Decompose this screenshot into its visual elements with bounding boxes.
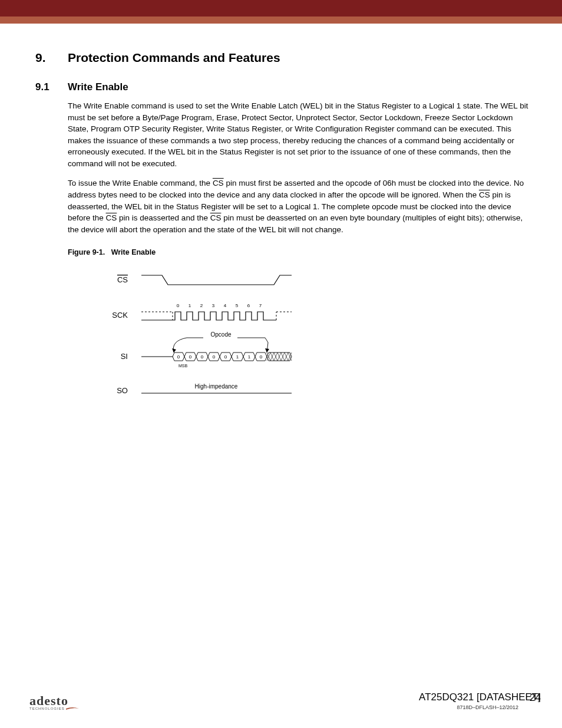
hiz-label: High-impedance [195, 383, 238, 390]
svg-text:0: 0 [177, 303, 180, 308]
figure-caption-prefix: Figure 9-1. [68, 248, 105, 256]
text-run: To issue the Write Enable command, the [68, 179, 213, 187]
svg-text:1: 1 [248, 354, 251, 360]
cs-overline: CS [213, 179, 224, 187]
doc-title: AT25DQ321 [DATASHEET] [419, 691, 541, 703]
svg-text:0: 0 [177, 354, 180, 360]
header-bar-dark [0, 0, 562, 17]
opcode-arrowhead-left [172, 348, 176, 353]
cs-waveform [141, 275, 292, 285]
cs-overline: CS [106, 213, 117, 222]
svg-text:1: 1 [189, 303, 191, 308]
logo-main: adesto [29, 695, 79, 707]
page-footer: adesto TECHNOLOGIES AT25DQ321 [DATASHEET… [0, 686, 562, 728]
logo-sub-text: TECHNOLOGIES [29, 707, 65, 710]
cs-overline: CS [210, 213, 222, 222]
doc-code: 8718D–DFLASH–12/2012 [419, 704, 518, 710]
svg-text:2: 2 [200, 303, 203, 308]
subsection-heading: 9.1Write Enable [35, 81, 533, 93]
page-number: 24 [530, 692, 541, 704]
figure-caption: Figure 9-1. Write Enable [68, 248, 533, 256]
logo-sub: TECHNOLOGIES [29, 707, 79, 710]
figure-caption-title: Write Enable [111, 248, 156, 256]
paragraph-1: The Write Enable command is used to set … [68, 100, 533, 169]
subsection-title: Write Enable [68, 81, 128, 93]
subsection-number: 9.1 [35, 81, 68, 93]
timing-diagram-svg: CS SCK 01234567 Opcode SI 0 [85, 267, 297, 409]
signal-label-si: SI [121, 352, 128, 361]
clock-index-labels: 01234567 [177, 303, 262, 308]
paragraph-2: To issue the Write Enable command, the C… [68, 177, 533, 235]
logo-swoosh-icon [66, 707, 79, 710]
msb-label: MSB [178, 364, 188, 368]
text-run: pin is deasserted and the [117, 213, 210, 222]
svg-text:0: 0 [224, 354, 227, 360]
svg-text:0: 0 [201, 354, 204, 360]
si-bit-cells: 00000110 [173, 353, 267, 361]
opcode-arrow-left [173, 338, 203, 353]
svg-text:1: 1 [236, 354, 239, 360]
footer-right: AT25DQ321 [DATASHEET] 8718D–DFLASH–12/20… [419, 691, 541, 710]
section-title: Protection Commands and Features [68, 51, 280, 64]
svg-text:3: 3 [212, 303, 215, 308]
signal-label-cs: CS [117, 275, 128, 284]
sck-clock [173, 312, 267, 320]
signal-label-so: SO [117, 386, 128, 395]
svg-text:6: 6 [247, 303, 250, 308]
cs-overline: CS [479, 190, 490, 199]
signal-label-sck: SCK [112, 311, 128, 319]
opcode-label: Opcode [210, 331, 231, 338]
svg-text:7: 7 [259, 303, 262, 308]
section-number: 9. [35, 51, 68, 65]
timing-diagram: CS SCK 01234567 Opcode SI 0 [85, 267, 297, 409]
page-content: 9.Protection Commands and Features 9.1Wr… [0, 24, 562, 409]
svg-text:0: 0 [213, 354, 216, 360]
svg-text:0: 0 [189, 354, 192, 360]
header-bar-light [0, 17, 562, 24]
logo-block: adesto TECHNOLOGIES [29, 695, 79, 710]
svg-text:0: 0 [260, 354, 263, 360]
svg-text:4: 4 [224, 303, 227, 308]
section-heading: 9.Protection Commands and Features [35, 51, 533, 65]
svg-text:5: 5 [236, 303, 239, 308]
opcode-arrowhead-right [265, 348, 269, 353]
si-dontcare-hatch [267, 353, 292, 361]
